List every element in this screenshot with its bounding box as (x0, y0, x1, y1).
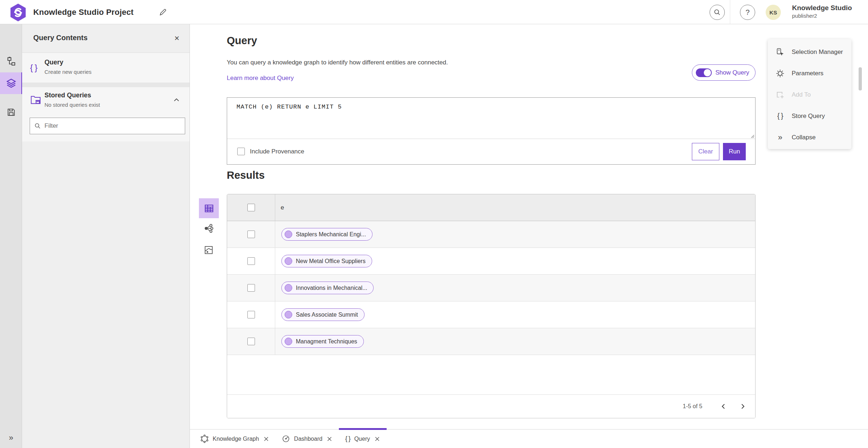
entity-dot-icon (285, 284, 292, 292)
query-textarea[interactable]: MATCH (e) RETURN e LIMIT 5 (227, 98, 755, 139)
table-header-row: e (227, 194, 755, 221)
editor-footer: Include Provenance Clear Run (227, 139, 755, 165)
scrollbar-thumb[interactable] (859, 67, 862, 90)
toggle-switch-icon (696, 68, 712, 77)
panel-header: Query Contents ✕ (22, 24, 190, 53)
provenance-label: Include Provenance (250, 148, 304, 155)
user-org: Knowledge Studio (792, 3, 852, 13)
provenance-option: Include Provenance (237, 148, 304, 155)
entity-pill[interactable]: Managment Techniques (281, 335, 364, 348)
entity-pill[interactable]: Staplers Mechanical Engi... (281, 228, 373, 241)
learn-more-link[interactable]: Learn more about Query (227, 75, 294, 82)
entity-label: Managment Techniques (296, 338, 357, 345)
tab-label: Query (354, 436, 370, 442)
tab-label: Dashboard (294, 436, 322, 442)
menu-item-label: Add To (792, 91, 811, 98)
edit-title-button[interactable] (157, 7, 169, 18)
filter-input[interactable] (44, 122, 180, 130)
panel-item-subtitle: No stored queries exist (44, 102, 100, 108)
entity-dot-icon (285, 257, 292, 265)
entity-label: Innovations in Mechanical... (296, 285, 367, 291)
help-button[interactable]: ? (740, 5, 755, 20)
app-window: Knowledge Studio Project ? KS Knowledge … (0, 0, 868, 448)
user-name: publisher2 (792, 13, 852, 19)
close-icon: ✕ (174, 34, 179, 42)
user-avatar[interactable]: KS (766, 5, 781, 20)
tab-dashboard[interactable]: Dashboard (276, 430, 339, 448)
top-bar: Knowledge Studio Project ? KS Knowledge … (0, 0, 868, 24)
next-page-button[interactable] (736, 399, 750, 414)
show-query-toggle[interactable]: Show Query (692, 64, 756, 81)
dashboard-gauge-icon (282, 435, 290, 443)
menu-item-label: Collapse (792, 134, 816, 141)
braces-icon: { } (775, 112, 785, 120)
menu-item-collapse[interactable]: » Collapse (768, 127, 851, 148)
table-row: Managment Techniques (227, 328, 755, 355)
graph-view-button[interactable] (202, 221, 216, 235)
rail-item-contents[interactable] (0, 72, 22, 94)
results-heading: Results (227, 169, 265, 181)
table-footer: 1-5 of 5 (227, 394, 755, 418)
query-contents-panel: Query Contents ✕ { } Query Create new qu… (22, 24, 190, 448)
map-view-button[interactable] (202, 243, 216, 257)
table-view-button[interactable] (199, 198, 219, 218)
table-row: Innovations in Mechanical... (227, 275, 755, 301)
query-heading: Query (227, 35, 257, 47)
clear-button[interactable]: Clear (692, 143, 719, 160)
entity-pill[interactable]: Sales Associate Summit (281, 308, 365, 321)
previous-page-button[interactable] (716, 399, 731, 414)
double-chevron-right-icon: » (775, 134, 785, 141)
expand-rail-button[interactable]: » (0, 431, 22, 445)
row-checkbox[interactable] (247, 284, 255, 292)
folder-archive-icon (30, 95, 42, 106)
run-button[interactable]: Run (723, 143, 746, 160)
hierarchy-icon (6, 56, 17, 67)
search-icon (34, 123, 41, 129)
close-tab-button[interactable] (263, 436, 269, 442)
panel-close-button[interactable]: ✕ (171, 33, 182, 44)
menu-item-selection-manager[interactable]: Selection Manager (768, 41, 851, 63)
panel-item-query[interactable]: { } Query Create new queries (22, 53, 190, 83)
include-provenance-checkbox[interactable] (237, 148, 245, 155)
row-checkbox[interactable] (247, 311, 255, 318)
panel-gap (22, 83, 190, 87)
entity-pill[interactable]: New Metal Office Suppliers (281, 255, 372, 267)
toggle-label: Show Query (715, 69, 749, 76)
entity-dot-icon (285, 311, 292, 318)
entity-pill[interactable]: Innovations in Mechanical... (281, 282, 374, 294)
table-row: Staplers Mechanical Engi... (227, 221, 755, 248)
braces-icon: { } (30, 63, 37, 73)
panel-item-stored-queries[interactable]: Stored Queries No stored queries exist (22, 87, 190, 115)
pencil-icon (158, 8, 167, 17)
gear-icon (775, 69, 785, 78)
resize-grip-icon[interactable] (750, 134, 754, 138)
rail-item-save[interactable] (0, 101, 22, 123)
save-icon (6, 107, 16, 117)
knowledge-graph-icon (200, 435, 209, 443)
panel-item-title: Query (44, 59, 63, 66)
close-tab-button[interactable] (326, 436, 333, 442)
row-checkbox[interactable] (247, 338, 255, 345)
search-button[interactable] (710, 5, 725, 20)
header-checkbox-cell (227, 194, 275, 221)
tab-query[interactable]: { } Query (339, 430, 387, 448)
row-checkbox[interactable] (247, 257, 255, 265)
menu-item-label: Parameters (792, 70, 824, 77)
rail-item-data-model[interactable] (0, 51, 22, 72)
menu-item-parameters[interactable]: Parameters (768, 63, 851, 84)
header-divider (730, 0, 730, 24)
stored-queries-section: Stored Queries No stored queries exist (22, 87, 190, 141)
tab-label: Knowledge Graph (213, 436, 259, 442)
braces-icon: { } (345, 435, 350, 443)
chevron-up-icon[interactable] (174, 98, 179, 102)
chevron-right-icon (741, 403, 745, 409)
select-all-checkbox[interactable] (247, 204, 255, 211)
tab-knowledge-graph[interactable]: Knowledge Graph (194, 430, 276, 448)
search-icon (714, 9, 721, 16)
close-tab-button[interactable] (374, 436, 380, 442)
row-checkbox[interactable] (247, 231, 255, 238)
entity-dot-icon (285, 231, 292, 238)
entity-label: Sales Associate Summit (296, 312, 358, 318)
menu-item-store-query[interactable]: { } Store Query (768, 105, 851, 127)
panel-title: Query Contents (33, 34, 88, 42)
